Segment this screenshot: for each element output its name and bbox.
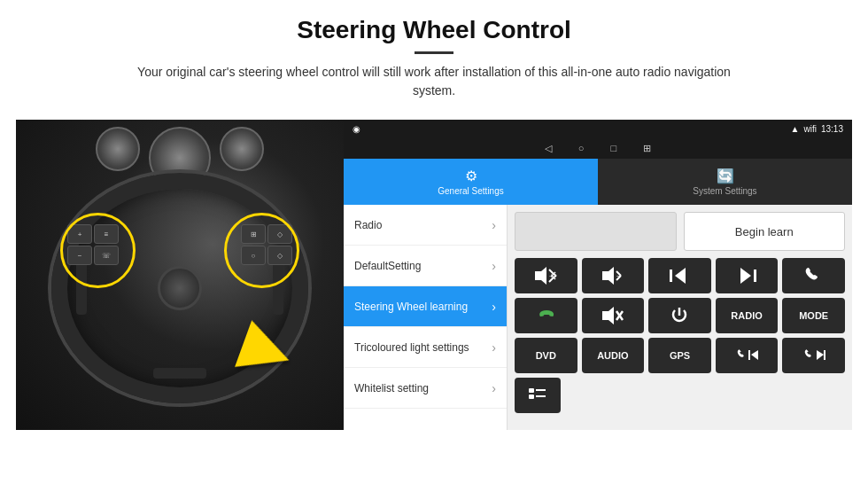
svg-marker-16	[602, 307, 614, 324]
menu-list: Radio › DefaultSetting › Steering Wheel …	[344, 205, 508, 430]
answer-call-button[interactable]	[515, 298, 577, 333]
controls-row1: + −	[515, 258, 845, 293]
tab-system-settings[interactable]: 🔄 System Settings	[598, 159, 852, 205]
svg-marker-21	[817, 350, 824, 360]
volume-down-button[interactable]: −	[582, 258, 645, 293]
menu-item-radio[interactable]: Radio ›	[344, 205, 507, 246]
chevron-icon-default: ›	[492, 259, 496, 273]
phone-icon	[805, 267, 823, 285]
audio-button[interactable]: AUDIO	[582, 338, 645, 373]
mute-icon	[601, 306, 624, 325]
svg-text:−: −	[616, 272, 621, 280]
chevron-icon-steering: ›	[492, 300, 496, 314]
highlight-circle-right	[224, 213, 299, 288]
mode-label: MODE	[799, 310, 828, 321]
svg-rect-24	[529, 395, 534, 399]
svg-rect-23	[529, 388, 534, 393]
menu-item-tricoloured[interactable]: Tricoloured light settings ›	[344, 327, 507, 368]
steering-wheel-hub	[158, 266, 202, 310]
gauge-right	[220, 127, 264, 171]
dvd-label: DVD	[536, 350, 556, 361]
tab-general-settings[interactable]: ⚙ General Settings	[344, 159, 598, 205]
gps-button[interactable]: GPS	[648, 338, 711, 373]
svg-rect-12	[670, 270, 672, 282]
power-button[interactable]	[648, 298, 711, 333]
phone-button[interactable]	[782, 258, 845, 293]
prev-track-icon	[670, 268, 689, 284]
chevron-icon-whitelist: ›	[492, 381, 496, 395]
signal-icon: ▲	[791, 124, 800, 134]
gauge-left	[96, 127, 140, 171]
svg-rect-14	[754, 270, 756, 282]
phone-next-icon	[802, 348, 825, 363]
time-display: 13:13	[821, 124, 843, 134]
menu-item-radio-label: Radio	[354, 219, 492, 231]
svg-marker-13	[675, 268, 686, 284]
android-screen: ◉ ▲ wifi 13:13 ◁ ○ □ ⊞ ⚙ General Setting…	[344, 120, 852, 430]
spoke-bottom	[153, 368, 206, 379]
begin-learn-button[interactable]: Begin learn	[684, 212, 846, 251]
phone-prev-button[interactable]	[716, 338, 779, 373]
screen-body: Radio › DefaultSetting › Steering Wheel …	[344, 205, 852, 430]
power-icon	[670, 306, 689, 325]
phone-next-button[interactable]	[782, 338, 845, 373]
radio-label: RADIO	[731, 310, 762, 321]
title-divider	[415, 51, 453, 54]
wifi-icon: wifi	[804, 124, 817, 134]
svg-marker-0	[535, 267, 546, 285]
controls-top-row: Begin learn	[515, 212, 845, 251]
mute-button[interactable]	[582, 298, 645, 333]
next-track-button[interactable]	[716, 258, 779, 293]
phone-prev-icon	[735, 348, 758, 363]
menu-nav-icon[interactable]: ⊞	[643, 143, 651, 154]
menu-item-steering-label: Steering Wheel learning	[354, 301, 492, 313]
answer-icon	[537, 307, 554, 324]
dashboard	[43, 127, 317, 176]
back-nav-icon[interactable]: ◁	[545, 143, 552, 154]
volume-up-icon: +	[534, 266, 557, 285]
nav-bar: ◁ ○ □ ⊞	[344, 137, 852, 159]
menu-item-defaultsetting-label: DefaultSetting	[354, 260, 492, 272]
svg-rect-20	[748, 350, 750, 360]
next-track-icon	[737, 268, 756, 284]
volume-down-icon: −	[601, 266, 624, 285]
status-bar: ◉ ▲ wifi 13:13	[344, 120, 852, 137]
highlight-circle-left	[60, 213, 136, 288]
list-icon	[528, 387, 547, 404]
gps-label: GPS	[670, 350, 690, 361]
menu-item-tricoloured-label: Tricoloured light settings	[354, 341, 492, 354]
system-settings-icon: 🔄	[717, 168, 734, 184]
menu-item-defaultsetting[interactable]: DefaultSetting ›	[344, 246, 507, 286]
menu-item-whitelist[interactable]: Whitelist setting ›	[344, 368, 507, 409]
page-title: Steering Wheel Control	[53, 16, 815, 44]
dvd-button[interactable]: DVD	[515, 338, 577, 373]
status-icons-left: ◉	[353, 124, 360, 134]
audio-label: AUDIO	[597, 350, 628, 361]
steering-photo: + ≡ − ☏ ⊞ ◇ ○ ◇	[16, 120, 344, 430]
svg-marker-8	[602, 267, 614, 285]
arrow-overlay	[242, 327, 291, 377]
volume-up-button[interactable]: +	[515, 258, 577, 293]
page-header: Steering Wheel Control Your original car…	[0, 0, 868, 109]
general-settings-label: General Settings	[438, 186, 504, 196]
mode-button[interactable]: MODE	[782, 298, 845, 333]
main-content: + ≡ − ☏ ⊞ ◇ ○ ◇ ◉	[16, 120, 852, 430]
recents-nav-icon[interactable]: □	[611, 143, 617, 153]
controls-row4	[515, 378, 845, 413]
menu-item-steering[interactable]: Steering Wheel learning ›	[344, 286, 507, 327]
menu-item-whitelist-label: Whitelist setting	[354, 382, 492, 395]
chevron-icon-radio: ›	[492, 218, 496, 232]
list-button[interactable]	[515, 378, 561, 413]
svg-marker-15	[740, 268, 751, 284]
steering-wheel-bg: + ≡ − ☏ ⊞ ◇ ○ ◇	[16, 120, 344, 430]
general-settings-icon: ⚙	[465, 168, 477, 184]
home-nav-icon[interactable]: ○	[578, 143, 585, 153]
prev-track-button[interactable]	[648, 258, 711, 293]
controls-row2: RADIO MODE	[515, 298, 845, 333]
controls-row3: DVD AUDIO GPS	[515, 338, 845, 373]
empty-input-box	[515, 212, 677, 251]
radio-button[interactable]: RADIO	[716, 298, 779, 333]
svg-text:+: +	[549, 272, 554, 280]
svg-marker-19	[751, 350, 758, 360]
status-icons-right: ▲ wifi 13:13	[791, 124, 843, 134]
